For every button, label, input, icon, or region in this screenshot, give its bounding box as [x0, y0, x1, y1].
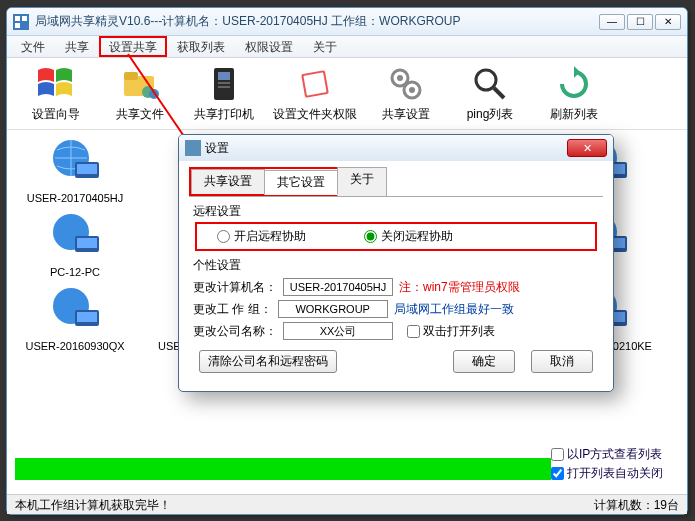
magnifier-icon — [470, 64, 510, 104]
section-personal: 个性设置 — [193, 257, 603, 274]
ok-button[interactable]: 确定 — [453, 350, 515, 373]
svg-line-19 — [494, 88, 504, 98]
globe-monitor-icon — [47, 138, 103, 186]
gears-icon — [386, 64, 426, 104]
svg-point-16 — [397, 75, 403, 81]
settings-dialog: 设置 ✕ 共享设置 其它设置 关于 远程设置 开启远程协助 关闭远程协助 个性设… — [178, 134, 614, 392]
pc-item[interactable]: USER-20160930QX — [15, 286, 135, 352]
svg-rect-22 — [77, 164, 97, 174]
svg-rect-10 — [218, 82, 230, 84]
tool-folder-perm[interactable]: 设置文件夹权限 — [267, 62, 363, 125]
menu-about[interactable]: 关于 — [303, 36, 347, 57]
section-remote: 远程设置 — [193, 203, 603, 220]
tool-ping[interactable]: ping列表 — [449, 62, 531, 125]
globe-monitor-icon — [47, 212, 103, 260]
progress-bar — [15, 458, 551, 480]
remote-radio-group: 开启远程协助 关闭远程协助 — [195, 222, 597, 251]
tab-share-settings[interactable]: 共享设置 — [191, 169, 265, 194]
toolbar: 设置向导 共享文件 共享打印机 设置文件夹权限 共享设置 ping列表 刷新列表 — [7, 58, 687, 130]
menu-file[interactable]: 文件 — [11, 36, 55, 57]
tool-share-file[interactable]: 共享文件 — [99, 62, 181, 125]
clear-button[interactable]: 清除公司名和远程密码 — [199, 350, 337, 373]
menu-get-list[interactable]: 获取列表 — [167, 36, 235, 57]
tool-share-printer[interactable]: 共享打印机 — [183, 62, 265, 125]
svg-point-17 — [409, 87, 415, 93]
svg-rect-37 — [77, 238, 97, 248]
app-icon — [13, 14, 29, 30]
check-dblclick[interactable]: 双击打开列表 — [407, 323, 495, 340]
window-title: 局域网共享精灵V10.6---计算机名：USER-20170405HJ 工作组：… — [35, 13, 599, 30]
input-company[interactable] — [283, 322, 393, 340]
svg-rect-5 — [124, 72, 138, 80]
status-left: 本机工作组计算机获取完毕！ — [15, 497, 171, 512]
radio-open-remote[interactable]: 开启远程协助 — [217, 228, 306, 245]
refresh-icon — [554, 64, 594, 104]
menu-set-share[interactable]: 设置共享 — [99, 36, 167, 57]
radio-close-remote[interactable]: 关闭远程协助 — [364, 228, 453, 245]
svg-point-7 — [149, 89, 159, 99]
label-company: 更改公司名称： — [193, 323, 277, 340]
dialog-close-button[interactable]: ✕ — [567, 139, 607, 157]
windows-flag-icon — [36, 64, 76, 104]
dialog-tabs: 共享设置 其它设置 关于 — [189, 167, 603, 197]
menubar: 文件 共享 设置共享 获取列表 权限设置 关于 — [7, 36, 687, 58]
checkbox-ip[interactable] — [551, 448, 564, 461]
folder-users-icon — [120, 64, 160, 104]
check-ip-mode[interactable]: 以IP方式查看列表 — [551, 446, 679, 463]
hint-workgroup: 局域网工作组最好一致 — [394, 301, 514, 318]
svg-rect-11 — [218, 86, 230, 88]
pc-item[interactable]: PC-12-PC — [15, 212, 135, 278]
svg-rect-13 — [303, 72, 326, 95]
server-icon — [204, 64, 244, 104]
checkbox-autoclose[interactable] — [551, 467, 564, 480]
input-computer-name[interactable] — [283, 278, 393, 296]
dialog-title: 设置 — [205, 140, 567, 157]
tool-share-settings[interactable]: 共享设置 — [365, 62, 447, 125]
minimize-button[interactable]: — — [599, 14, 625, 30]
cancel-button[interactable]: 取消 — [531, 350, 593, 373]
input-workgroup[interactable] — [278, 300, 388, 318]
svg-rect-1 — [15, 16, 20, 21]
check-auto-close[interactable]: 打开列表自动关闭 — [551, 465, 679, 482]
maximize-button[interactable]: ☐ — [627, 14, 653, 30]
view-options: 以IP方式查看列表 打开列表自动关闭 — [551, 446, 679, 484]
tool-wizard[interactable]: 设置向导 — [15, 62, 97, 125]
menu-permissions[interactable]: 权限设置 — [235, 36, 303, 57]
svg-rect-67 — [185, 140, 201, 156]
titlebar: 局域网共享精灵V10.6---计算机名：USER-20170405HJ 工作组：… — [7, 8, 687, 36]
svg-point-18 — [476, 70, 496, 90]
status-right: 计算机数：19台 — [594, 497, 679, 512]
tab-other-settings[interactable]: 其它设置 — [264, 170, 338, 195]
globe-monitor-icon — [47, 286, 103, 334]
svg-rect-9 — [218, 72, 230, 80]
book-icon — [295, 64, 335, 104]
hint-admin: 注：win7需管理员权限 — [399, 279, 520, 296]
svg-rect-52 — [77, 312, 97, 322]
statusbar: 本机工作组计算机获取完毕！ 计算机数：19台 — [7, 494, 687, 514]
menu-share[interactable]: 共享 — [55, 36, 99, 57]
label-workgroup: 更改工 作 组： — [193, 301, 272, 318]
dialog-titlebar: 设置 ✕ — [179, 135, 613, 161]
close-button[interactable]: ✕ — [655, 14, 681, 30]
dialog-icon — [185, 140, 201, 156]
tab-about[interactable]: 关于 — [337, 167, 387, 196]
label-computer-name: 更改计算机名： — [193, 279, 277, 296]
pc-item[interactable]: USER-20170405HJ — [15, 138, 135, 204]
svg-rect-2 — [22, 16, 27, 21]
svg-rect-3 — [15, 23, 20, 28]
tool-refresh[interactable]: 刷新列表 — [533, 62, 615, 125]
